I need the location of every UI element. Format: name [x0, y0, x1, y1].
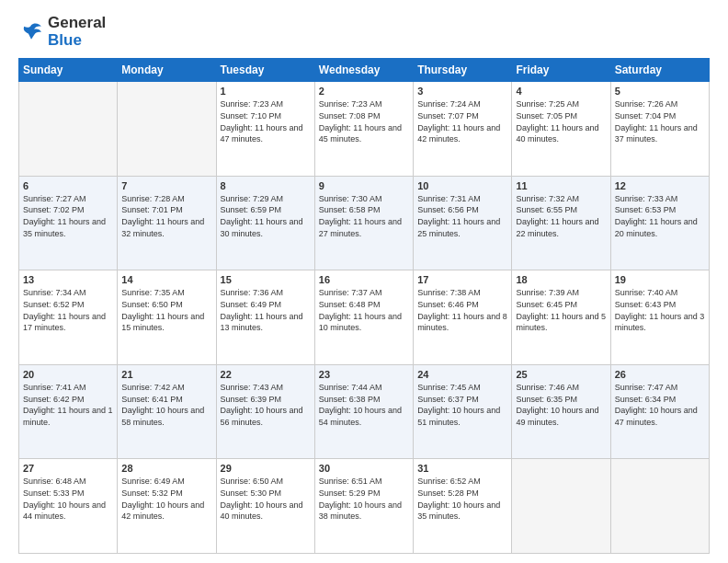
calendar-cell: 26Sunrise: 7:47 AMSunset: 6:34 PMDayligh… — [610, 364, 709, 459]
day-info: Sunrise: 7:25 AMSunset: 7:05 PMDaylight:… — [516, 98, 606, 144]
calendar-cell: 17Sunrise: 7:38 AMSunset: 6:46 PMDayligh… — [414, 270, 512, 365]
day-header-saturday: Saturday — [610, 59, 709, 82]
day-number: 16 — [319, 274, 409, 285]
calendar-cell: 30Sunrise: 6:51 AMSunset: 5:29 PMDayligh… — [314, 459, 413, 554]
calendar-week-row: 27Sunrise: 6:48 AMSunset: 5:33 PMDayligh… — [19, 459, 710, 554]
day-number: 2 — [319, 86, 409, 97]
calendar-cell: 2Sunrise: 7:23 AMSunset: 7:08 PMDaylight… — [314, 82, 413, 177]
calendar-cell: 31Sunrise: 6:52 AMSunset: 5:28 PMDayligh… — [414, 459, 512, 554]
calendar-cell: 13Sunrise: 7:34 AMSunset: 6:52 PMDayligh… — [19, 270, 118, 365]
calendar-cell: 6Sunrise: 7:27 AMSunset: 7:02 PMDaylight… — [19, 176, 118, 270]
header: General Blue — [18, 15, 710, 49]
calendar-cell: 20Sunrise: 7:41 AMSunset: 6:42 PMDayligh… — [19, 364, 118, 459]
day-info: Sunrise: 7:29 AMSunset: 6:59 PMDaylight:… — [221, 193, 311, 239]
day-info: Sunrise: 7:32 AMSunset: 6:55 PMDaylight:… — [516, 193, 606, 239]
day-number: 13 — [23, 274, 113, 285]
day-info: Sunrise: 7:34 AMSunset: 6:52 PMDaylight:… — [23, 287, 113, 333]
calendar-cell: 29Sunrise: 6:50 AMSunset: 5:30 PMDayligh… — [216, 459, 314, 554]
day-info: Sunrise: 7:23 AMSunset: 7:10 PMDaylight:… — [221, 98, 311, 144]
calendar-cell: 28Sunrise: 6:49 AMSunset: 5:32 PMDayligh… — [118, 459, 216, 554]
day-number: 27 — [23, 463, 113, 474]
day-number: 15 — [221, 274, 311, 285]
calendar-week-row: 20Sunrise: 7:41 AMSunset: 6:42 PMDayligh… — [19, 364, 710, 459]
day-info: Sunrise: 7:30 AMSunset: 6:58 PMDaylight:… — [319, 193, 409, 239]
day-info: Sunrise: 7:33 AMSunset: 6:53 PMDaylight:… — [615, 193, 705, 239]
day-info: Sunrise: 6:51 AMSunset: 5:29 PMDaylight:… — [319, 476, 409, 522]
day-number: 29 — [221, 463, 311, 474]
day-number: 6 — [23, 180, 113, 191]
day-info: Sunrise: 7:39 AMSunset: 6:45 PMDaylight:… — [516, 287, 606, 333]
day-info: Sunrise: 6:48 AMSunset: 5:33 PMDaylight:… — [23, 476, 113, 522]
calendar-cell: 24Sunrise: 7:45 AMSunset: 6:37 PMDayligh… — [414, 364, 512, 459]
calendar-header-row: SundayMondayTuesdayWednesdayThursdayFrid… — [19, 59, 710, 82]
calendar-cell: 10Sunrise: 7:31 AMSunset: 6:56 PMDayligh… — [414, 176, 512, 270]
calendar-cell: 22Sunrise: 7:43 AMSunset: 6:39 PMDayligh… — [216, 364, 314, 459]
day-info: Sunrise: 7:27 AMSunset: 7:02 PMDaylight:… — [23, 193, 113, 239]
calendar-cell: 23Sunrise: 7:44 AMSunset: 6:38 PMDayligh… — [314, 364, 413, 459]
day-info: Sunrise: 7:44 AMSunset: 6:38 PMDaylight:… — [319, 382, 409, 428]
day-number: 30 — [319, 463, 409, 474]
day-info: Sunrise: 7:42 AMSunset: 6:41 PMDaylight:… — [121, 382, 211, 428]
day-info: Sunrise: 7:40 AMSunset: 6:43 PMDaylight:… — [615, 287, 705, 333]
day-info: Sunrise: 7:37 AMSunset: 6:48 PMDaylight:… — [319, 287, 409, 333]
calendar-cell: 1Sunrise: 7:23 AMSunset: 7:10 PMDaylight… — [216, 82, 314, 177]
calendar-cell: 3Sunrise: 7:24 AMSunset: 7:07 PMDaylight… — [414, 82, 512, 177]
day-number: 28 — [121, 463, 211, 474]
day-number: 14 — [121, 274, 211, 285]
day-info: Sunrise: 6:49 AMSunset: 5:32 PMDaylight:… — [121, 476, 211, 522]
day-number: 25 — [516, 369, 606, 380]
day-header-monday: Monday — [118, 59, 216, 82]
day-number: 1 — [221, 86, 311, 97]
day-info: Sunrise: 7:43 AMSunset: 6:39 PMDaylight:… — [221, 382, 311, 428]
calendar-cell: 9Sunrise: 7:30 AMSunset: 6:58 PMDaylight… — [314, 176, 413, 270]
day-header-wednesday: Wednesday — [314, 59, 413, 82]
calendar-week-row: 6Sunrise: 7:27 AMSunset: 7:02 PMDaylight… — [19, 176, 710, 270]
day-number: 5 — [615, 86, 705, 97]
day-number: 17 — [417, 274, 507, 285]
calendar-cell: 16Sunrise: 7:37 AMSunset: 6:48 PMDayligh… — [314, 270, 413, 365]
day-info: Sunrise: 7:35 AMSunset: 6:50 PMDaylight:… — [121, 287, 211, 333]
day-info: Sunrise: 7:46 AMSunset: 6:35 PMDaylight:… — [516, 382, 606, 428]
calendar-cell: 18Sunrise: 7:39 AMSunset: 6:45 PMDayligh… — [512, 270, 610, 365]
day-info: Sunrise: 7:28 AMSunset: 7:01 PMDaylight:… — [121, 193, 211, 239]
day-number: 21 — [121, 369, 211, 380]
calendar-cell — [118, 82, 216, 177]
day-number: 18 — [516, 274, 606, 285]
day-number: 23 — [319, 369, 409, 380]
calendar-cell: 8Sunrise: 7:29 AMSunset: 6:59 PMDaylight… — [216, 176, 314, 270]
calendar-cell: 14Sunrise: 7:35 AMSunset: 6:50 PMDayligh… — [118, 270, 216, 365]
day-info: Sunrise: 7:45 AMSunset: 6:37 PMDaylight:… — [417, 382, 507, 428]
day-info: Sunrise: 7:41 AMSunset: 6:42 PMDaylight:… — [23, 382, 113, 428]
calendar-cell — [610, 459, 709, 554]
calendar-cell: 11Sunrise: 7:32 AMSunset: 6:55 PMDayligh… — [512, 176, 610, 270]
day-info: Sunrise: 7:47 AMSunset: 6:34 PMDaylight:… — [615, 382, 705, 428]
calendar-cell: 25Sunrise: 7:46 AMSunset: 6:35 PMDayligh… — [512, 364, 610, 459]
day-header-thursday: Thursday — [414, 59, 512, 82]
calendar-cell: 27Sunrise: 6:48 AMSunset: 5:33 PMDayligh… — [19, 459, 118, 554]
calendar-cell: 7Sunrise: 7:28 AMSunset: 7:01 PMDaylight… — [118, 176, 216, 270]
day-info: Sunrise: 6:50 AMSunset: 5:30 PMDaylight:… — [221, 476, 311, 522]
day-header-tuesday: Tuesday — [216, 59, 314, 82]
day-number: 9 — [319, 180, 409, 191]
calendar-cell: 15Sunrise: 7:36 AMSunset: 6:49 PMDayligh… — [216, 270, 314, 365]
calendar-cell: 12Sunrise: 7:33 AMSunset: 6:53 PMDayligh… — [610, 176, 709, 270]
day-number: 24 — [417, 369, 507, 380]
calendar-table: SundayMondayTuesdayWednesdayThursdayFrid… — [18, 58, 710, 554]
calendar-cell: 4Sunrise: 7:25 AMSunset: 7:05 PMDaylight… — [512, 82, 610, 177]
day-info: Sunrise: 7:38 AMSunset: 6:46 PMDaylight:… — [417, 287, 507, 333]
logo-bird-icon — [18, 19, 44, 45]
calendar-cell: 19Sunrise: 7:40 AMSunset: 6:43 PMDayligh… — [610, 270, 709, 365]
day-number: 22 — [221, 369, 311, 380]
day-number: 3 — [417, 86, 507, 97]
calendar-cell: 5Sunrise: 7:26 AMSunset: 7:04 PMDaylight… — [610, 82, 709, 177]
day-info: Sunrise: 7:36 AMSunset: 6:49 PMDaylight:… — [221, 287, 311, 333]
logo-text: General Blue — [48, 15, 106, 49]
day-info: Sunrise: 7:31 AMSunset: 6:56 PMDaylight:… — [417, 193, 507, 239]
calendar-cell: 21Sunrise: 7:42 AMSunset: 6:41 PMDayligh… — [118, 364, 216, 459]
day-number: 26 — [615, 369, 705, 380]
day-number: 19 — [615, 274, 705, 285]
day-number: 7 — [121, 180, 211, 191]
day-number: 12 — [615, 180, 705, 191]
page: General Blue SundayMondayTuesdayWednesda… — [0, 0, 728, 563]
day-number: 10 — [417, 180, 507, 191]
